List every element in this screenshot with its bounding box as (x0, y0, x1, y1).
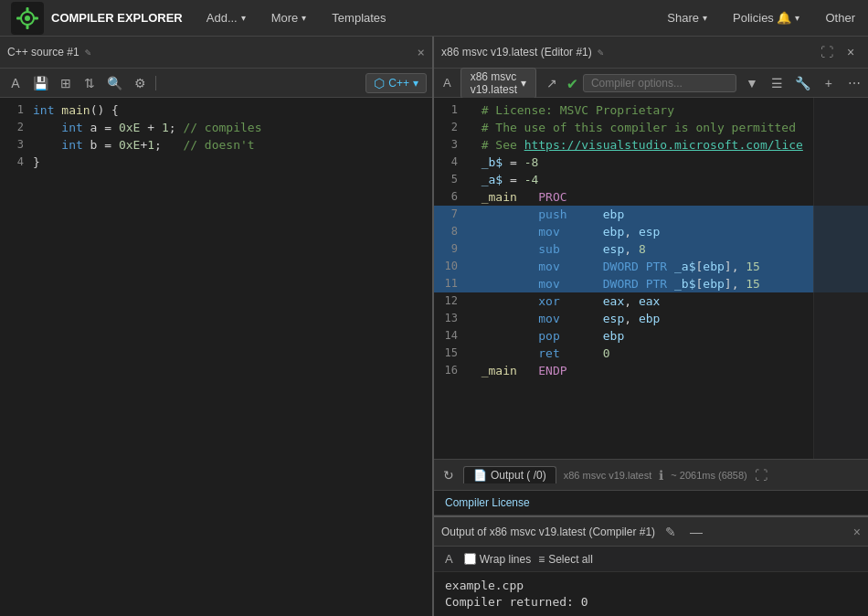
compiler-toolbar: A x86 msvc v19.latest ▾ ↗ ✔ ▼ ☰ 🔧 + ⋯ (434, 69, 868, 98)
wrap-lines-checkbox-label[interactable]: Wrap lines (464, 553, 531, 566)
language-selector[interactable]: ⬡ C++ ▾ (365, 73, 427, 93)
source-panel-title: C++ source #1 (7, 46, 79, 58)
svg-rect-6 (34, 16, 38, 19)
nav-item-more[interactable]: More ▾ (259, 0, 320, 36)
info-icon[interactable]: ℹ (659, 468, 663, 483)
minimize-output-button[interactable]: — (686, 522, 706, 542)
close-output-button[interactable]: × (853, 525, 861, 539)
logo-icon (11, 2, 44, 35)
wrench-button[interactable]: 🔧 (793, 73, 813, 93)
compiler-panel-title: x86 msvc v19.latest (Editor #1) (441, 46, 592, 58)
asm-line-3: 3 # See https://visualstudio.microsoft.c… (434, 136, 868, 154)
select-all-label: Select all (548, 553, 593, 566)
flip-button[interactable]: ⇅ (79, 73, 100, 93)
asm-content: 1 # License: MSVC Proprietary 2 # The us… (434, 98, 868, 459)
compiler-font-size-button[interactable]: A (439, 74, 455, 91)
toolbar-divider (155, 76, 156, 90)
language-label: C++ (388, 77, 409, 90)
main-area: C++ source #1 ✎ × A 💾 ⊞ ⇅ 🔍 ⚙ (0, 37, 868, 616)
timing-info: ~ 2061ms (6858) (671, 470, 746, 481)
asm-line-14: 14 pop ebp (434, 327, 868, 345)
add-pane-button[interactable]: ⊞ (56, 73, 76, 93)
asm-line-2: 2 # The use of this compiler is only per… (434, 119, 868, 136)
nav-items: Add... ▾ More ▾ Templates (194, 0, 399, 36)
output-content: example.cpp Compiler returned: 0 (434, 572, 868, 616)
chevron-down-icon: ▾ (795, 13, 799, 23)
save-button[interactable]: 💾 (29, 73, 52, 93)
nav-item-policies[interactable]: Policies 🔔 ▾ (720, 0, 812, 36)
nav-item-share[interactable]: Share ▾ (654, 0, 720, 36)
code-editor[interactable]: 1 int main() { 2 int a = 0xE + 1; // com… (0, 98, 432, 616)
code-line-1: 1 int main() { (0, 101, 432, 119)
columns-button[interactable]: ☰ (767, 73, 788, 93)
svg-rect-3 (26, 7, 29, 12)
output-subpanel-actions: A Wrap lines ≡ Select all (434, 547, 868, 572)
asm-output-area[interactable]: 1 # License: MSVC Proprietary 2 # The us… (434, 98, 868, 459)
compiler-header-right: ⛶ × (817, 42, 861, 62)
output-line-2: Compiler returned: 0 (445, 594, 857, 611)
chevron-down-icon: ▾ (302, 13, 306, 23)
compiler-panel-header: x86 msvc v19.latest (Editor #1) ✎ ⛶ × (434, 37, 868, 69)
compile-success-icon: ✔ (567, 73, 577, 92)
compiler-options-input[interactable] (583, 74, 736, 92)
asm-line-13: 13 mov esp, ebp (434, 310, 868, 327)
output-font-size-button[interactable]: A (441, 550, 457, 568)
code-line-2: 2 int a = 0xE + 1; // compiles (0, 119, 432, 136)
more-tools-button[interactable]: ⋯ (844, 73, 864, 93)
nav-right: Share ▾ Policies 🔔 ▾ Other (654, 0, 868, 36)
output-line-1: example.cpp (445, 578, 857, 594)
asm-line-6: 6 _main PROC (434, 188, 868, 206)
expand-button[interactable]: ⛶ (817, 42, 837, 62)
compiler-selector[interactable]: x86 msvc v19.latest ▾ (460, 68, 536, 99)
cpp-icon: ⬡ (374, 76, 385, 90)
code-line-3: 3 int b = 0xE+1; // doesn't (0, 136, 432, 154)
output-subpanel-header: Output of x86 msvc v19.latest (Compiler … (434, 517, 868, 547)
asm-line-12: 12 xor eax, eax (434, 292, 868, 310)
svg-point-2 (25, 16, 30, 21)
svg-rect-5 (16, 16, 21, 19)
asm-line-11: 11 mov DWORD PTR _b$[ebp], 15 (434, 275, 868, 292)
minimap (813, 98, 868, 459)
search-button[interactable]: 🔍 (103, 73, 126, 93)
edit-compiler-title-icon[interactable]: ✎ (598, 47, 604, 58)
asm-line-10: 10 mov DWORD PTR _a$[ebp], 15 (434, 258, 868, 275)
top-nav: COMPILER EXPLORER Add... ▾ More ▾ Templa… (0, 0, 868, 37)
compiler-license: Compiler License (434, 491, 868, 515)
filter-button[interactable]: ▼ (742, 73, 762, 93)
add-tool-button[interactable]: + (819, 73, 839, 93)
chevron-down-icon: ▾ (241, 13, 246, 23)
output-tab[interactable]: 📄 Output ( /0) (463, 466, 556, 483)
compiler-license-label: Compiler License (445, 496, 530, 509)
output-subpanel-title: Output of x86 msvc v19.latest (Compiler … (441, 526, 655, 538)
compiler-info-label: x86 msvc v19.latest (564, 470, 652, 481)
font-size-button[interactable]: A (5, 73, 26, 93)
svg-rect-4 (26, 25, 29, 29)
nav-item-other[interactable]: Other (812, 0, 868, 36)
asm-line-16: 16 _main ENDP (434, 362, 868, 379)
nav-item-templates[interactable]: Templates (319, 0, 398, 36)
select-all-button[interactable]: ≡ Select all (538, 553, 593, 566)
logo[interactable]: COMPILER EXPLORER (0, 2, 194, 35)
compiler-dropdown-arrow: ▾ (521, 77, 526, 90)
close-panel-icon[interactable]: × (418, 45, 425, 59)
asm-line-1: 1 # License: MSVC Proprietary (434, 101, 868, 119)
wrap-lines-checkbox[interactable] (464, 553, 476, 565)
asm-line-9: 9 sub esp, 8 (434, 240, 868, 258)
edit-output-title-button[interactable]: ✎ (661, 522, 681, 542)
asm-line-4: 4 _b$ = -8 (434, 154, 868, 171)
code-lines: 1 int main() { 2 int a = 0xE + 1; // com… (0, 98, 432, 175)
nav-item-add[interactable]: Add... ▾ (194, 0, 259, 36)
settings-button[interactable]: ⚙ (130, 73, 150, 93)
compiler-name: x86 msvc v19.latest (471, 70, 517, 96)
external-link-button[interactable]: ↗ (542, 73, 562, 93)
expand-output-icon[interactable]: ⛶ (755, 468, 767, 483)
logo-text: COMPILER EXPLORER (51, 11, 183, 25)
asm-line-5: 5 _a$ = -4 (434, 171, 868, 188)
chevron-down-icon: ▾ (703, 13, 707, 23)
source-panel-header: C++ source #1 ✎ × (0, 37, 432, 69)
refresh-button[interactable]: ↻ (441, 466, 456, 484)
asm-line-15: 15 ret 0 (434, 345, 868, 362)
edit-title-icon[interactable]: ✎ (85, 47, 91, 58)
output-bar: ↻ 📄 Output ( /0) x86 msvc v19.latest ℹ ~… (434, 459, 868, 491)
close-compiler-panel-button[interactable]: × (841, 42, 861, 62)
